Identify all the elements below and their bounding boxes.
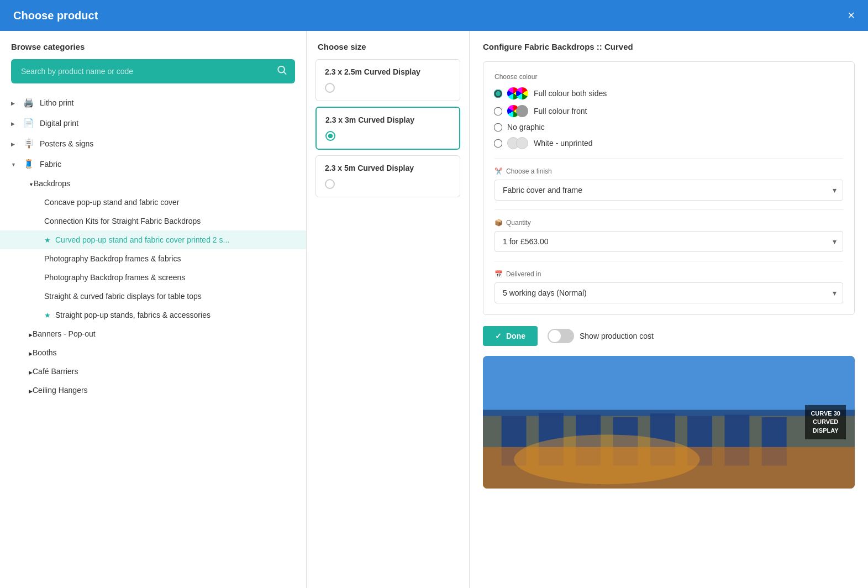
sidebar-item-label: Photography Backdrop frames & screens bbox=[44, 273, 185, 282]
configure-title: Configure Fabric Backdrops :: Curved bbox=[483, 42, 855, 51]
colour-option-no-graphic[interactable]: No graphic bbox=[495, 123, 843, 132]
left-panel: Browse categories 🖨️ Litho print 📄 Digit… bbox=[0, 31, 307, 588]
overlay-line1: CURVE 30 bbox=[811, 410, 840, 418]
size-radio-2[interactable] bbox=[325, 131, 450, 141]
quantity-icon: 📦 bbox=[495, 219, 503, 227]
svg-line-1 bbox=[284, 72, 286, 74]
category-icon: 📄 bbox=[23, 118, 34, 128]
close-button[interactable]: × bbox=[848, 9, 855, 22]
size-radio-1[interactable] bbox=[325, 83, 451, 93]
colour-label: Full colour front bbox=[534, 107, 587, 116]
colour-option-full-front[interactable]: Full colour front bbox=[495, 105, 843, 117]
colour-swatches bbox=[507, 137, 528, 149]
quantity-select-wrap: 1 for £563.00 2 for £1,020.00 3 for £1,4… bbox=[495, 231, 843, 252]
size-card-label: 2.3 x 5m Curved Display bbox=[325, 164, 451, 172]
colour-label: Full colour both sides bbox=[534, 89, 607, 98]
choose-size-title: Choose size bbox=[307, 42, 469, 59]
colour-radio-full-front[interactable] bbox=[494, 107, 503, 116]
arrow-icon bbox=[11, 120, 18, 127]
sidebar-item-straight-table[interactable]: Straight & curved fabric displays for ta… bbox=[0, 287, 306, 306]
product-overlay: CURVE 30 CURVED DISPLAY bbox=[805, 405, 846, 439]
sidebar-item-label: Café Barriers bbox=[33, 367, 78, 376]
sidebar-item-label: Photography Backdrop frames & fabrics bbox=[44, 254, 181, 263]
product-image: CURVE 30 CURVED DISPLAY bbox=[483, 356, 855, 489]
modal-title: Choose product bbox=[13, 9, 98, 22]
size-card-label: 2.3 x 2.5m Curved Display bbox=[325, 67, 451, 76]
sidebar-item-posters[interactable]: 🪧 Posters & signs bbox=[0, 133, 306, 154]
search-input[interactable] bbox=[11, 59, 295, 83]
divider bbox=[495, 209, 843, 210]
swatch-circle bbox=[516, 87, 528, 99]
sidebar-item-label: Concave pop-up stand and fabric cover bbox=[44, 198, 179, 207]
done-label: Done bbox=[506, 332, 525, 340]
sidebar-item-photo-screens[interactable]: Photography Backdrop frames & screens bbox=[0, 268, 306, 287]
sidebar-item-digital[interactable]: 📄 Digital print bbox=[0, 113, 306, 133]
arrow-icon bbox=[11, 99, 18, 106]
finish-select[interactable]: Fabric cover and frame Fabric cover only… bbox=[495, 180, 843, 201]
middle-panel: Choose size 2.3 x 2.5m Curved Display 2.… bbox=[307, 31, 470, 588]
arrow-icon bbox=[29, 348, 33, 357]
sidebar-item-label: Banners - Pop-out bbox=[33, 329, 96, 338]
size-card-2[interactable]: 2.3 x 3m Curved Display bbox=[315, 107, 460, 150]
sidebar-item-backdrops[interactable]: Backdrops bbox=[0, 174, 306, 193]
colour-section-label: Choose colour bbox=[495, 73, 843, 81]
right-panel: Configure Fabric Backdrops :: Curved Cho… bbox=[470, 31, 868, 588]
colour-option-full-both[interactable]: Full colour both sides bbox=[495, 87, 843, 99]
checkmark-icon: ✓ bbox=[495, 332, 502, 340]
sidebar-item-label: Connection Kits for Straight Fabric Back… bbox=[44, 217, 201, 225]
quantity-select[interactable]: 1 for £563.00 2 for £1,020.00 3 for £1,4… bbox=[495, 231, 843, 252]
colour-option-white[interactable]: White - unprinted bbox=[495, 137, 843, 149]
sidebar-item-label: Straight pop-up stands, fabrics & access… bbox=[55, 311, 211, 319]
sidebar-item-label: Backdrops bbox=[34, 179, 70, 188]
radio-button[interactable] bbox=[325, 83, 335, 93]
toggle-wrap: Show production cost bbox=[548, 329, 654, 343]
arrow-icon bbox=[29, 179, 34, 188]
sidebar-item-litho[interactable]: 🖨️ Litho print bbox=[0, 92, 306, 113]
search-box bbox=[11, 59, 295, 83]
sidebar-item-photo-frames[interactable]: Photography Backdrop frames & fabrics bbox=[0, 249, 306, 268]
sidebar-item-label: Curved pop-up stand and fabric cover pri… bbox=[55, 235, 229, 244]
radio-button[interactable] bbox=[325, 179, 335, 189]
sidebar-item-straight-pop[interactable]: ★ Straight pop-up stands, fabrics & acce… bbox=[0, 306, 306, 324]
swatch-circle bbox=[516, 105, 528, 117]
sidebar-item-ceiling[interactable]: Ceiling Hangers bbox=[0, 381, 306, 400]
divider bbox=[495, 261, 843, 261]
divider bbox=[495, 158, 843, 159]
modal-body: Browse categories 🖨️ Litho print 📄 Digit… bbox=[0, 31, 868, 588]
sidebar-item-label: Litho print bbox=[40, 98, 73, 107]
sidebar-item-banners[interactable]: Banners - Pop-out bbox=[0, 324, 306, 343]
radio-button[interactable] bbox=[325, 131, 335, 141]
done-button[interactable]: ✓ Done bbox=[483, 326, 538, 346]
sidebar-item-fabric[interactable]: 🧵 Fabric bbox=[0, 154, 306, 174]
arrow-icon bbox=[29, 367, 33, 376]
colour-radio-full-both[interactable] bbox=[494, 89, 503, 98]
size-card-3[interactable]: 2.3 x 5m Curved Display bbox=[315, 155, 460, 197]
delivery-icon: 📅 bbox=[495, 270, 503, 278]
overlay-line2: CURVED bbox=[811, 418, 840, 426]
category-icon: 🖨️ bbox=[23, 97, 34, 108]
sidebar-item-curved[interactable]: ★ Curved pop-up stand and fabric cover p… bbox=[0, 230, 306, 249]
search-icon bbox=[276, 65, 287, 78]
sidebar-item-booths[interactable]: Booths bbox=[0, 343, 306, 362]
size-radio-3[interactable] bbox=[325, 179, 451, 189]
colour-radio-white[interactable] bbox=[494, 139, 503, 148]
modal-header: Choose product × bbox=[0, 0, 868, 31]
done-row: ✓ Done Show production cost bbox=[483, 326, 855, 346]
config-box: Choose colour Full colour both sides Ful… bbox=[483, 61, 855, 315]
production-cost-toggle[interactable] bbox=[548, 329, 574, 343]
sidebar-item-concave[interactable]: Concave pop-up stand and fabric cover bbox=[0, 193, 306, 212]
size-card-1[interactable]: 2.3 x 2.5m Curved Display bbox=[315, 59, 460, 101]
arrow-icon bbox=[29, 329, 33, 338]
svg-rect-3 bbox=[483, 356, 855, 416]
star-icon: ★ bbox=[44, 236, 51, 244]
delivery-select[interactable]: 5 working days (Normal) 3 working days (… bbox=[495, 282, 843, 303]
sidebar-item-cafe[interactable]: Café Barriers bbox=[0, 362, 306, 381]
svg-point-14 bbox=[514, 434, 700, 484]
arrow-icon bbox=[11, 161, 18, 167]
category-icon: 🪧 bbox=[23, 138, 34, 149]
browse-title: Browse categories bbox=[0, 42, 306, 59]
production-cost-label: Show production cost bbox=[580, 332, 654, 340]
sidebar-item-connection[interactable]: Connection Kits for Straight Fabric Back… bbox=[0, 212, 306, 230]
colour-radio-no-graphic[interactable] bbox=[494, 123, 503, 132]
product-image-svg bbox=[483, 356, 855, 489]
